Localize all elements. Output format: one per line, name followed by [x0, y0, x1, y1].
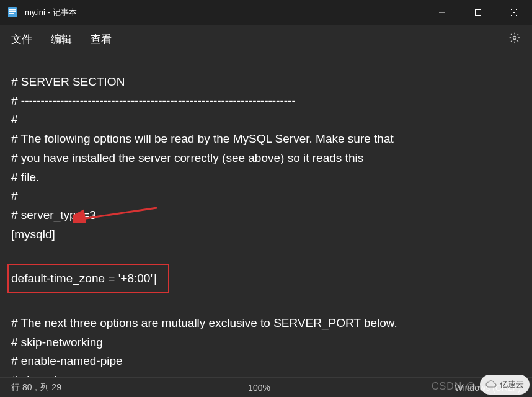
titlebar: my.ini - 记事本 [0, 0, 532, 25]
editor-line: # file. [11, 168, 521, 187]
editor-line: # SERVER SECTION [11, 73, 521, 92]
editor-line: # you have installed the server correctl… [11, 149, 521, 168]
editor-line: # skip-networking [11, 333, 521, 352]
menubar: 文件 编辑 查看 [0, 25, 532, 53]
status-zoom: 100% [228, 383, 290, 393]
titlebar-left: my.ini - 记事本 [6, 6, 77, 19]
editor-line [11, 244, 521, 264]
highlighted-box: default-time_zone = '+8:00' [7, 264, 169, 293]
svg-rect-2 [9, 11, 16, 12]
gear-icon[interactable] [508, 32, 521, 47]
editor-line: # shared-memory [11, 371, 521, 377]
editor-line: # --------------------------------------… [11, 92, 521, 111]
statusbar: 行 80，列 29 100% Windows (CRLF) [0, 377, 532, 397]
maximize-button[interactable] [460, 0, 496, 25]
editor-line [11, 53, 521, 73]
editor-line: # server_type=3 [11, 206, 521, 225]
window-title: my.ini - 记事本 [25, 7, 77, 18]
editor-line: # The following options will be read by … [11, 130, 521, 149]
editor-line: # [11, 187, 521, 206]
menu-left: 文件 编辑 查看 [11, 32, 112, 47]
window-controls [424, 0, 532, 25]
editor-line: # [11, 110, 521, 130]
svg-rect-5 [476, 10, 481, 16]
svg-rect-3 [9, 13, 14, 14]
highlighted-line: default-time_zone = '+8:00' [11, 272, 157, 285]
notepad-icon [6, 6, 19, 19]
menu-file[interactable]: 文件 [11, 32, 32, 47]
editor-line [11, 295, 521, 314]
editor-line: # enable-named-pipe [11, 352, 521, 371]
editor-line: # The next three options are mutually ex… [11, 314, 521, 333]
close-button[interactable] [496, 0, 532, 25]
status-position: 行 80，列 29 [11, 382, 228, 393]
status-lineending: Windows (CRLF) [454, 383, 521, 393]
svg-point-8 [513, 37, 516, 40]
editor-line: [mysqld] [11, 225, 521, 244]
svg-rect-1 [9, 9, 16, 11]
menu-view[interactable]: 查看 [91, 32, 112, 47]
editor-area[interactable]: # SERVER SECTION# ----------------------… [0, 53, 532, 377]
menu-edit[interactable]: 编辑 [51, 32, 72, 47]
minimize-button[interactable] [424, 0, 460, 25]
svg-rect-0 [8, 7, 17, 17]
